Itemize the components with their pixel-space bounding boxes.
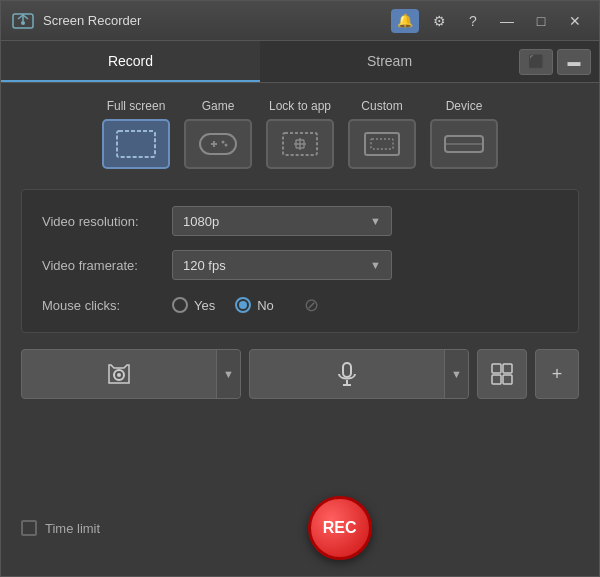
mode-full-screen[interactable]: Full screen bbox=[102, 99, 170, 169]
microphone-toolbar-group: ▼ bbox=[249, 349, 469, 399]
tab-view-icons: ⬛ ▬ bbox=[519, 41, 599, 82]
mouse-yes-label: Yes bbox=[194, 298, 215, 313]
title-bar: Screen Recorder 🔔 ⚙ ? — □ ✕ bbox=[1, 1, 599, 41]
bottom-row: Time limit REC bbox=[21, 496, 579, 560]
add-source-button[interactable]: + bbox=[535, 349, 579, 399]
window-title: Screen Recorder bbox=[43, 13, 391, 28]
dropdown-arrow-icon2: ▼ bbox=[370, 259, 381, 271]
effects-button[interactable] bbox=[478, 350, 526, 398]
mode-lock-to-app[interactable]: Lock to app bbox=[266, 99, 334, 169]
mode-device[interactable]: Device bbox=[430, 99, 498, 169]
dropdown-arrow-icon: ▼ bbox=[370, 215, 381, 227]
mouse-clicks-control: Yes No ⊘ bbox=[172, 294, 558, 316]
game-icon-btn[interactable] bbox=[184, 119, 252, 169]
mouse-clicks-label: Mouse clicks: bbox=[42, 298, 172, 313]
video-resolution-label: Video resolution: bbox=[42, 214, 172, 229]
title-controls: 🔔 ⚙ ? — □ ✕ bbox=[391, 9, 589, 33]
notification-button[interactable]: 🔔 bbox=[391, 9, 419, 33]
mouse-clicks-row: Mouse clicks: Yes No ⊘ bbox=[42, 294, 558, 316]
custom-icon-btn[interactable] bbox=[348, 119, 416, 169]
time-limit-section: Time limit bbox=[21, 520, 100, 536]
svg-rect-19 bbox=[343, 363, 351, 377]
main-window: Screen Recorder 🔔 ⚙ ? — □ ✕ Record Strea… bbox=[0, 0, 600, 577]
device-icon-btn[interactable] bbox=[430, 119, 498, 169]
svg-rect-4 bbox=[200, 134, 236, 154]
svg-rect-24 bbox=[492, 375, 501, 384]
svg-point-8 bbox=[225, 144, 228, 147]
svg-rect-25 bbox=[503, 375, 512, 384]
video-resolution-control: 1080p ▼ bbox=[172, 206, 558, 236]
svg-rect-14 bbox=[371, 139, 393, 149]
app-icon bbox=[11, 9, 35, 33]
rec-button[interactable]: REC bbox=[308, 496, 372, 560]
fullscreen-view-button[interactable]: ▬ bbox=[557, 49, 591, 75]
svg-rect-22 bbox=[492, 364, 501, 373]
mouse-no-label: No bbox=[257, 298, 274, 313]
close-button[interactable]: ✕ bbox=[561, 9, 589, 33]
video-framerate-dropdown[interactable]: 120 fps ▼ bbox=[172, 250, 392, 280]
camera-dropdown-button[interactable]: ▼ bbox=[216, 350, 240, 398]
effects-toolbar-group bbox=[477, 349, 527, 399]
camera-button[interactable] bbox=[22, 350, 216, 398]
tab-bar: Record Stream ⬛ ▬ bbox=[1, 41, 599, 83]
settings-panel: Video resolution: 1080p ▼ Video framerat… bbox=[21, 189, 579, 333]
bottom-toolbar: ▼ ▼ bbox=[21, 349, 579, 399]
camera-toolbar-group: ▼ bbox=[21, 349, 241, 399]
svg-point-18 bbox=[117, 373, 121, 377]
svg-rect-13 bbox=[365, 133, 399, 155]
mouse-yes-radio-circle bbox=[172, 297, 188, 313]
svg-rect-3 bbox=[117, 131, 155, 157]
mouse-no-radio[interactable]: No bbox=[235, 297, 274, 313]
video-framerate-row: Video framerate: 120 fps ▼ bbox=[42, 250, 558, 280]
svg-point-1 bbox=[21, 21, 25, 25]
settings-button[interactable]: ⚙ bbox=[425, 9, 453, 33]
maximize-button[interactable]: □ bbox=[527, 9, 555, 33]
video-resolution-dropdown[interactable]: 1080p ▼ bbox=[172, 206, 392, 236]
full-screen-icon-btn[interactable] bbox=[102, 119, 170, 169]
tab-record[interactable]: Record bbox=[1, 41, 260, 82]
svg-rect-23 bbox=[503, 364, 512, 373]
mode-selector: Full screen Game bbox=[21, 99, 579, 169]
tab-stream[interactable]: Stream bbox=[260, 41, 519, 82]
window-view-button[interactable]: ⬛ bbox=[519, 49, 553, 75]
video-resolution-row: Video resolution: 1080p ▼ bbox=[42, 206, 558, 236]
video-framerate-label: Video framerate: bbox=[42, 258, 172, 273]
content-area: Full screen Game bbox=[1, 83, 599, 576]
microphone-dropdown-button[interactable]: ▼ bbox=[444, 350, 468, 398]
disabled-icon: ⊘ bbox=[304, 294, 319, 316]
svg-point-7 bbox=[222, 141, 225, 144]
lock-to-app-icon-btn[interactable] bbox=[266, 119, 334, 169]
minimize-button[interactable]: — bbox=[493, 9, 521, 33]
mouse-no-radio-circle bbox=[235, 297, 251, 313]
video-framerate-control: 120 fps ▼ bbox=[172, 250, 558, 280]
time-limit-label: Time limit bbox=[45, 521, 100, 536]
help-button[interactable]: ? bbox=[459, 9, 487, 33]
mode-custom[interactable]: Custom bbox=[348, 99, 416, 169]
time-limit-checkbox[interactable] bbox=[21, 520, 37, 536]
mode-game[interactable]: Game bbox=[184, 99, 252, 169]
mouse-clicks-radio-group: Yes No ⊘ bbox=[172, 294, 558, 316]
microphone-button[interactable] bbox=[250, 350, 444, 398]
mouse-yes-radio[interactable]: Yes bbox=[172, 297, 215, 313]
